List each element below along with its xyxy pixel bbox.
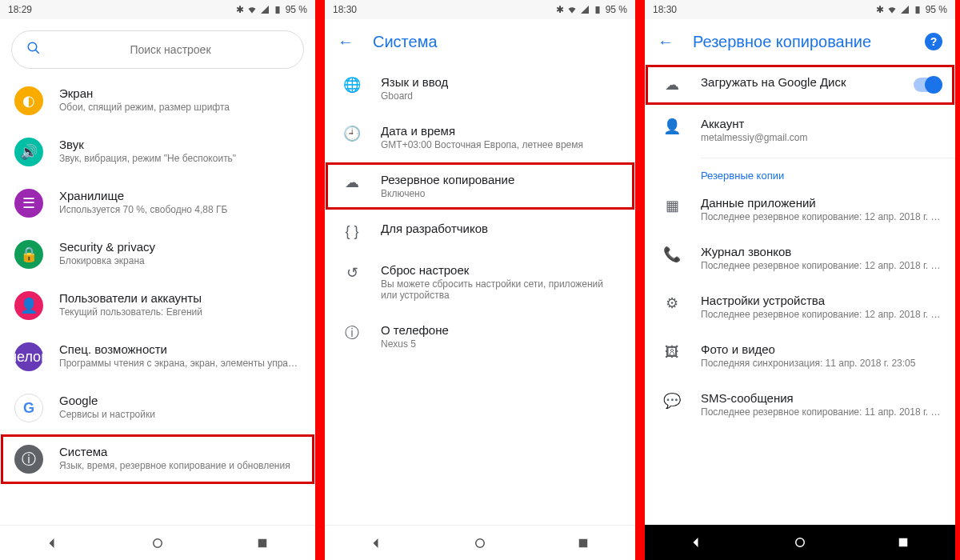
- svg-line-1: [35, 50, 39, 54]
- accessibility-icon: �человек: [14, 342, 43, 371]
- nav-bar: [325, 525, 635, 560]
- svg-point-6: [796, 538, 805, 547]
- item-users[interactable]: 👤 Пользователи и аккаунтыТекущий пользов…: [0, 280, 315, 331]
- info-icon: ⓘ: [342, 323, 362, 342]
- battery-icon: [913, 5, 922, 14]
- signal-icon: [900, 5, 910, 14]
- cloud-check-icon: ☁: [662, 75, 682, 94]
- status-right: ✱ 95 %: [556, 4, 627, 15]
- item-system[interactable]: ⓘ СистемаЯзык, время, резервное копирова…: [0, 434, 315, 485]
- item-storage[interactable]: ☰ ХранилищеИспользуется 70 %, свободно 4…: [0, 178, 315, 229]
- upload-toggle[interactable]: [914, 78, 941, 92]
- item-call-log[interactable]: 📞 Журнал звонковПоследнее резервное копи…: [645, 234, 955, 282]
- page-title: Система: [373, 33, 438, 51]
- system-list: 🌐 Язык и вводGboard 🕘 Дата и времяGMT+03…: [325, 64, 635, 525]
- item-developer[interactable]: { } Для разработчиков: [325, 210, 635, 252]
- nav-back[interactable]: [370, 536, 384, 550]
- users-icon: 👤: [14, 291, 43, 320]
- phone-icon: 📞: [662, 245, 682, 264]
- svg-rect-3: [258, 538, 267, 547]
- item-backup[interactable]: ☁ Резервное копированиеВключено: [325, 162, 635, 210]
- item-datetime[interactable]: 🕘 Дата и времяGMT+03:00 Восточная Европа…: [325, 113, 635, 162]
- help-button[interactable]: ?: [925, 33, 942, 50]
- item-device-settings[interactable]: ⚙ Настройки устройстваПоследнее резервно…: [645, 282, 955, 331]
- status-bar: 18:29 ✱ 95 %: [0, 0, 315, 19]
- account-icon: 👤: [662, 117, 682, 136]
- nav-recent[interactable]: [255, 536, 270, 550]
- page-title: Резервное копирование: [693, 33, 871, 51]
- item-display[interactable]: ◐ ЭкранОбои, спящий режим, размер шрифта: [0, 75, 315, 126]
- clock-icon: 🕘: [342, 124, 362, 143]
- header: ← Система: [325, 19, 635, 64]
- screen-settings: 18:29 ✱ 95 % ◐ ЭкранОбои, спящий режим, …: [0, 0, 320, 560]
- battery-icon: [593, 5, 602, 14]
- nav-recent[interactable]: [896, 535, 910, 550]
- item-reset[interactable]: ↺ Сброс настроекВы можете сбросить настр…: [325, 252, 635, 312]
- svg-point-4: [476, 538, 485, 547]
- status-time: 18:29: [8, 4, 32, 15]
- signal-icon: [260, 5, 270, 14]
- search-input[interactable]: [52, 43, 289, 56]
- info-icon: ⓘ: [14, 445, 43, 474]
- battery-text: 95 %: [926, 4, 947, 15]
- search-bar[interactable]: [11, 30, 304, 69]
- status-bar: 18:30 ✱ 95 %: [645, 0, 955, 19]
- cloud-upload-icon: ☁: [342, 173, 362, 192]
- item-upload-drive[interactable]: ☁ Загружать на Google Диск: [645, 64, 955, 106]
- item-about[interactable]: ⓘ О телефонеNexus 5: [325, 312, 635, 361]
- image-icon: 🖼: [662, 342, 682, 362]
- item-google[interactable]: G GoogleСервисы и настройки: [0, 382, 315, 434]
- display-icon: ◐: [14, 86, 43, 115]
- search-icon: [26, 41, 41, 58]
- sound-icon: 🔊: [14, 138, 43, 166]
- nav-back[interactable]: [690, 535, 704, 550]
- back-button[interactable]: ←: [338, 33, 354, 51]
- nav-bar: [645, 525, 955, 560]
- message-icon: 💬: [662, 391, 682, 410]
- screen-backup: 18:30 ✱ 95 % ← Резервное копирование ? ☁…: [640, 0, 960, 560]
- screen-system: 18:30 ✱ 95 % ← Система 🌐 Язык и вводGboa…: [320, 0, 640, 560]
- wifi-icon: [247, 5, 257, 14]
- apps-icon: ▦: [662, 196, 682, 215]
- reset-icon: ↺: [342, 263, 362, 282]
- item-accessibility[interactable]: �человек Спец. возможностиПрограммы чтен…: [0, 331, 315, 382]
- status-time: 18:30: [653, 4, 677, 15]
- signal-icon: [580, 5, 590, 14]
- header: ← Резервное копирование ?: [645, 19, 955, 64]
- nav-back[interactable]: [46, 536, 60, 550]
- bluetooth-icon: ✱: [236, 4, 244, 15]
- globe-icon: 🌐: [342, 75, 362, 94]
- item-security[interactable]: 🔒 Security & privacyБлокировка экрана: [0, 229, 315, 280]
- backup-list: ☁ Загружать на Google Диск 👤 Аккаунтmeta…: [645, 64, 955, 525]
- settings-list: ◐ ЭкранОбои, спящий режим, размер шрифта…: [0, 75, 315, 525]
- nav-recent[interactable]: [576, 536, 590, 550]
- svg-point-0: [28, 42, 37, 51]
- nav-home[interactable]: [150, 536, 165, 550]
- status-time: 18:30: [333, 4, 357, 15]
- svg-point-2: [154, 538, 162, 547]
- item-app-data[interactable]: ▦ Данные приложенийПоследнее резервное к…: [645, 185, 955, 234]
- nav-home[interactable]: [793, 535, 807, 550]
- battery-icon: [273, 5, 282, 14]
- item-account[interactable]: 👤 Аккаунтmetalmessiy@gmail.com: [645, 106, 955, 154]
- status-bar: 18:30 ✱ 95 %: [325, 0, 635, 19]
- svg-rect-7: [899, 538, 908, 547]
- lock-icon: 🔒: [14, 240, 43, 269]
- status-right: ✱ 95 %: [876, 4, 947, 15]
- bluetooth-icon: ✱: [876, 4, 884, 15]
- status-right: ✱ 95 %: [236, 4, 307, 15]
- svg-rect-5: [579, 538, 588, 547]
- google-icon: G: [14, 394, 43, 422]
- braces-icon: { }: [342, 222, 362, 241]
- section-label: Резервные копии: [645, 162, 955, 185]
- back-button[interactable]: ←: [658, 33, 674, 51]
- item-language[interactable]: 🌐 Язык и вводGboard: [325, 64, 635, 113]
- item-sound[interactable]: 🔊 ЗвукЗвук, вибрация, режим "Не беспокои…: [0, 126, 315, 178]
- gear-icon: ⚙: [662, 294, 682, 313]
- battery-text: 95 %: [286, 4, 307, 15]
- item-sms[interactable]: 💬 SMS-сообщенияПоследнее резервное копир…: [645, 380, 955, 429]
- battery-text: 95 %: [606, 4, 627, 15]
- item-photos[interactable]: 🖼 Фото и видеоПоследняя синхронизация: 1…: [645, 331, 955, 380]
- bluetooth-icon: ✱: [556, 4, 564, 15]
- nav-home[interactable]: [473, 536, 487, 550]
